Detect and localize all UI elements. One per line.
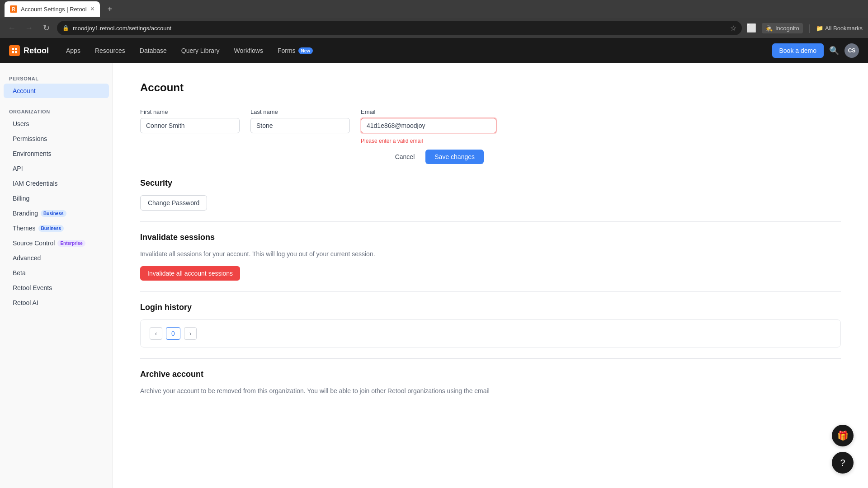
sidebar-item-users[interactable]: Users [4,117,109,131]
new-tab-button[interactable]: + [104,3,116,15]
divider-3 [140,358,841,359]
forward-button[interactable]: → [23,22,35,34]
bookmarks-folder-icon: 📁 [816,25,823,32]
tab-close-button[interactable]: × [90,5,94,13]
invalidate-title: Invalidate sessions [140,233,841,242]
browser-chrome: R Account Settings | Retool × + ← → ↻ 🔒 … [0,0,868,38]
email-group: Email Please enter a valid email [361,108,496,144]
nav-link-apps[interactable]: Apps [60,43,87,58]
nav-label-resources: Resources [95,47,125,54]
nav-link-database[interactable]: Database [133,43,173,58]
first-name-input[interactable] [140,118,240,133]
pagination-next-button[interactable]: › [184,327,197,340]
org-section-label: Organization [0,105,113,116]
browser-toolbar: ← → ↻ 🔒 moodjoy1.retool.com/settings/acc… [0,18,868,38]
sidebar: Personal Account Organization Users Perm… [0,63,113,488]
nav-link-workflows[interactable]: Workflows [228,43,269,58]
help-fab-button[interactable]: ? [832,452,854,474]
book-demo-button[interactable]: Book a demo [772,43,824,58]
first-name-label: First name [140,108,240,115]
profile-form-row: First name Last name Email Please enter … [140,108,841,144]
personal-section-label: Personal [0,72,113,83]
sidebar-label-account: Account [13,87,36,94]
search-icon[interactable]: 🔍 [829,46,839,56]
security-section: Security Change Password [140,178,841,211]
sidebar-item-source-control[interactable]: Source Control Enterprise [4,236,109,250]
sidebar-item-retool-events[interactable]: Retool Events [4,281,109,295]
browser-tabs: R Account Settings | Retool × + [0,0,868,18]
tab-favicon: R [10,5,17,13]
nav-label-database: Database [140,47,167,54]
sidebar-item-permissions[interactable]: Permissions [4,131,109,146]
fab-container: 🎁 ? [832,425,854,474]
content-area: Account First name Last name Email Pleas… [113,63,868,488]
sidebar-label-users: Users [13,120,29,127]
login-history-section: Login history ‹ 0 › [140,303,841,347]
sidebar-label-retool-ai: Retool AI [13,299,38,306]
incognito-label: Incognito [775,25,799,32]
sidebar-item-themes[interactable]: Themes Business [4,221,109,235]
svg-rect-3 [15,51,17,53]
forms-badge: New [298,47,313,54]
cast-icon[interactable]: ⬜ [746,23,756,33]
url-text: moodjoy1.retool.com/settings/account [73,25,726,32]
sidebar-item-account[interactable]: Account [4,84,109,98]
nav-links: Apps Resources Database Query Library Wo… [60,43,772,58]
archive-section: Archive account Archive your account to … [140,370,841,396]
divider-1 [140,221,841,222]
nav-link-resources[interactable]: Resources [89,43,132,58]
page-title: Account [140,81,841,94]
help-icon: ? [840,458,845,468]
sidebar-label-beta: Beta [13,269,26,277]
first-name-group: First name [140,108,240,144]
sidebar-item-retool-ai[interactable]: Retool AI [4,296,109,310]
logo[interactable]: Retool [9,45,49,56]
pagination-current-page: 0 [166,327,180,340]
sidebar-item-api[interactable]: API [4,161,109,176]
save-changes-button[interactable]: Save changes [425,150,484,164]
login-history-box: ‹ 0 › [140,319,841,347]
invalidate-description: Invalidate all sessions for your account… [140,249,841,259]
sidebar-item-billing[interactable]: Billing [4,191,109,206]
security-title: Security [140,178,841,188]
form-actions: Cancel Save changes [140,150,484,164]
lock-icon: 🔒 [62,25,69,31]
change-password-button[interactable]: Change Password [140,195,207,211]
source-control-badge: Enterprise [57,240,85,247]
bookmark-icon[interactable]: ☆ [730,24,736,33]
email-error-message: Please enter a valid email [361,138,496,144]
cancel-button[interactable]: Cancel [390,150,420,164]
archive-description: Archive your account to be removed from … [140,386,841,396]
sidebar-item-advanced[interactable]: Advanced [4,251,109,265]
back-button[interactable]: ← [5,22,18,34]
email-input[interactable] [361,118,496,133]
active-tab[interactable]: R Account Settings | Retool × [5,1,100,17]
gift-fab-button[interactable]: 🎁 [832,425,854,446]
last-name-input[interactable] [250,118,350,133]
nav-link-query-library[interactable]: Query Library [175,43,226,58]
email-label: Email [361,108,496,115]
sidebar-item-iam-credentials[interactable]: IAM Credentials [4,176,109,191]
reload-button[interactable]: ↻ [40,22,52,34]
sidebar-item-beta[interactable]: Beta [4,266,109,280]
nav-right: Book a demo 🔍 CS [772,43,859,58]
sidebar-item-environments[interactable]: Environments [4,146,109,161]
user-avatar[interactable]: CS [844,43,859,58]
address-bar[interactable]: 🔒 moodjoy1.retool.com/settings/account ☆ [57,21,742,35]
invalidate-sessions-button[interactable]: Invalidate all account sessions [140,266,240,281]
sidebar-label-branding: Branding [13,210,38,217]
sidebar-label-retool-events: Retool Events [13,284,52,291]
sidebar-label-api: API [13,165,23,172]
sidebar-label-environments: Environments [13,150,52,157]
themes-badge: Business [38,225,64,232]
incognito-button[interactable]: 🕵️ Incognito [762,23,803,33]
sidebar-item-branding[interactable]: Branding Business [4,206,109,221]
incognito-icon: 🕵️ [765,25,773,32]
nav-link-forms[interactable]: Forms New [271,43,319,58]
all-bookmarks[interactable]: 📁 All Bookmarks [816,25,863,32]
sidebar-label-themes: Themes [13,225,36,232]
pagination-prev-button[interactable]: ‹ [150,327,162,340]
nav-label-workflows: Workflows [234,47,263,54]
browser-right-icons: ⬜ 🕵️ Incognito | 📁 All Bookmarks [746,23,863,33]
main-layout: Personal Account Organization Users Perm… [0,63,868,488]
